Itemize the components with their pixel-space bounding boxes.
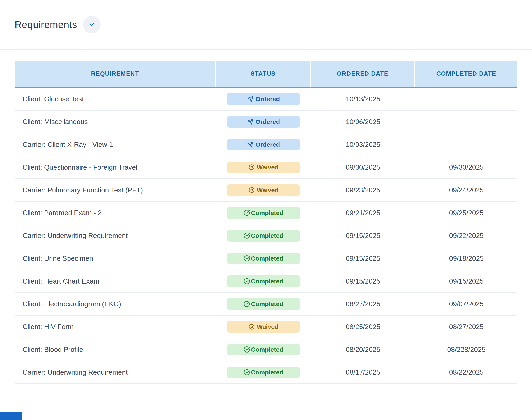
requirement-cell: Carrier: Pulmonary Function Test (PFT) <box>15 179 216 202</box>
table-row: Client: Electrocardiogram (EKG)Completed… <box>15 293 517 315</box>
bottom-left-accent-bar <box>0 412 22 420</box>
requirement-cell: Client: Urine Specimen <box>15 247 216 270</box>
ordered-date-cell: 09/21/2025 <box>311 202 415 225</box>
status-label: Waived <box>257 187 279 194</box>
ordered-date-cell: 08/17/2025 <box>311 361 415 384</box>
collapse-requirements-button[interactable] <box>83 16 101 33</box>
completed-date-cell: 08/228/2025 <box>415 338 517 361</box>
status-badge: Ordered <box>227 93 300 105</box>
table-row: Carrier: Underwriting RequirementComplet… <box>15 361 517 384</box>
completed-date-cell: 09/22/2025 <box>415 225 517 247</box>
status-badge: Completed <box>227 275 300 287</box>
table-row: Client: Glucose TestOrdered10/13/2025 <box>15 88 517 111</box>
column-header-completed-date: COMPLETED DATE <box>415 60 517 88</box>
completed-date-cell: 09/18/2025 <box>415 247 517 270</box>
completed-date-cell: 08/27/2025 <box>415 315 517 338</box>
table-row: Carrier: Client X-Ray - View 1Ordered10/… <box>15 133 517 156</box>
completed-date-cell: 09/15/2025 <box>415 270 517 293</box>
status-badge: Waived <box>227 321 300 333</box>
status-label: Waived <box>257 323 279 330</box>
completed-date-cell: 08/22/2025 <box>415 361 517 384</box>
status-cell: Ordered <box>216 88 311 111</box>
table-row: Carrier: Pulmonary Function Test (PFT)Wa… <box>15 179 517 202</box>
completed-date-cell <box>415 133 517 156</box>
send-icon <box>247 96 254 102</box>
ordered-date-cell: 09/30/2025 <box>311 156 415 179</box>
status-badge: Waived <box>227 162 300 173</box>
ordered-date-cell: 10/03/2025 <box>311 133 415 156</box>
chevron-down-icon <box>88 21 96 29</box>
status-badge: Completed <box>227 298 300 310</box>
page-header: Requirements <box>0 0 532 49</box>
table-row: Client: MiscellaneousOrdered10/06/2025 <box>15 111 517 133</box>
requirements-table-body: Client: Glucose TestOrdered10/13/2025Cli… <box>15 88 517 384</box>
ordered-date-cell: 10/13/2025 <box>311 88 415 111</box>
status-label: Ordered <box>256 95 280 103</box>
check-circle-icon <box>244 232 250 239</box>
stop-circle-icon <box>249 164 255 170</box>
ordered-date-cell: 08/27/2025 <box>311 293 415 315</box>
requirement-cell: Client: Glucose Test <box>15 88 216 111</box>
status-cell: Ordered <box>216 111 311 133</box>
status-cell: Waived <box>216 156 311 179</box>
status-label: Ordered <box>256 141 280 148</box>
table-row: Client: Paramed Exam - 2Completed09/21/2… <box>15 202 517 225</box>
requirement-cell: Client: Blood Profile <box>15 338 216 361</box>
status-cell: Completed <box>216 247 311 270</box>
check-circle-icon <box>244 301 250 307</box>
completed-date-cell: 09/07/2025 <box>415 293 517 315</box>
check-circle-icon <box>244 255 250 262</box>
ordered-date-cell: 09/15/2025 <box>311 225 415 247</box>
page-title: Requirements <box>15 19 77 30</box>
table-header-row: REQUIREMENT STATUS ORDERED DATE COMPLETE… <box>15 60 517 88</box>
status-badge: Completed <box>227 344 300 355</box>
status-cell: Waived <box>216 179 311 202</box>
status-label: Completed <box>251 300 283 308</box>
status-badge: Ordered <box>227 116 300 128</box>
status-label: Completed <box>251 346 283 353</box>
check-circle-icon <box>244 346 250 353</box>
table-row: Carrier: Underwriting RequirementComplet… <box>15 225 517 247</box>
status-cell: Completed <box>216 338 311 361</box>
status-label: Completed <box>251 209 283 216</box>
status-label: Waived <box>257 164 279 171</box>
completed-date-cell <box>415 111 517 133</box>
table-row: Client: Questionnaire - Foreign TravelWa… <box>15 156 517 179</box>
check-circle-icon <box>244 369 250 375</box>
status-label: Ordered <box>256 118 280 125</box>
send-icon <box>247 141 254 148</box>
check-circle-icon <box>244 278 250 285</box>
requirement-cell: Client: Miscellaneous <box>15 111 216 133</box>
ordered-date-cell: 08/20/2025 <box>311 338 415 361</box>
status-label: Completed <box>251 369 283 376</box>
status-cell: Completed <box>216 202 311 225</box>
status-label: Completed <box>251 232 283 239</box>
completed-date-cell: 09/24/2025 <box>415 179 517 202</box>
status-badge: Completed <box>227 207 300 219</box>
ordered-date-cell: 09/23/2025 <box>311 179 415 202</box>
status-cell: Ordered <box>216 133 311 156</box>
ordered-date-cell: 10/06/2025 <box>311 111 415 133</box>
table-row: Client: Blood ProfileCompleted08/20/2025… <box>15 338 517 361</box>
completed-date-cell <box>415 88 517 111</box>
status-cell: Completed <box>216 225 311 247</box>
stop-circle-icon <box>249 187 255 193</box>
status-label: Completed <box>251 255 283 262</box>
ordered-date-cell: 08/25/2025 <box>311 315 415 338</box>
requirement-cell: Client: Questionnaire - Foreign Travel <box>15 156 216 179</box>
requirement-cell: Client: HIV Form <box>15 315 216 338</box>
column-header-requirement: REQUIREMENT <box>15 60 216 88</box>
completed-date-cell: 09/30/2025 <box>415 156 517 179</box>
table-row: Client: Heart Chart ExamCompleted09/15/2… <box>15 270 517 293</box>
table-row: Client: HIV FormWaived08/25/202508/27/20… <box>15 315 517 338</box>
requirement-cell: Client: Paramed Exam - 2 <box>15 202 216 225</box>
table-row: Client: Urine SpecimenCompleted09/15/202… <box>15 247 517 270</box>
column-header-status: STATUS <box>216 60 311 88</box>
status-badge: Completed <box>227 253 300 264</box>
send-icon <box>247 119 254 125</box>
ordered-date-cell: 09/15/2025 <box>311 247 415 270</box>
status-cell: Completed <box>216 293 311 315</box>
stop-circle-icon <box>249 323 255 330</box>
status-label: Completed <box>251 278 283 285</box>
ordered-date-cell: 09/15/2025 <box>311 270 415 293</box>
